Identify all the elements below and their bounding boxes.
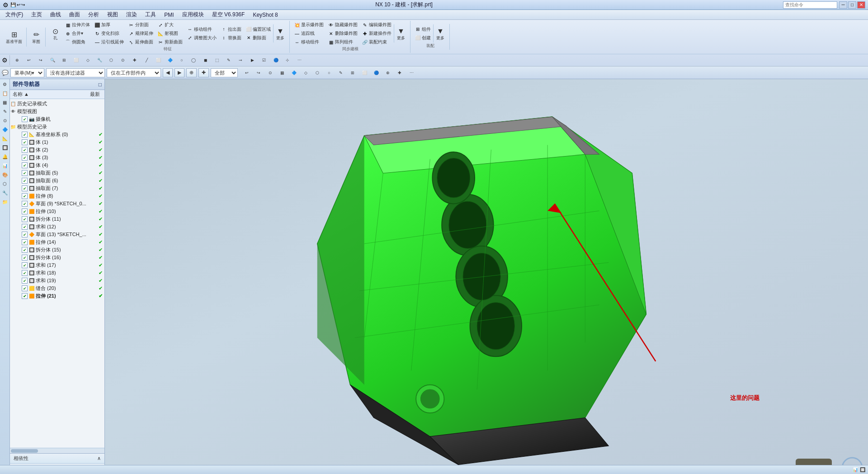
tree-item-14[interactable]: ✔🟧拉伸 (10)✔ xyxy=(10,208,104,215)
tree-item-9[interactable]: ✔🔲抽取面 (5)✔ xyxy=(10,169,104,177)
left-icon-6[interactable]: 📐 xyxy=(1,134,9,142)
tree-checkbox-21[interactable]: ✔ xyxy=(22,262,28,268)
split-face-btn[interactable]: ✂ 分割面 xyxy=(126,21,155,29)
menu-item-1[interactable]: 主页 xyxy=(28,10,46,19)
tb2-btn11[interactable]: ✚ xyxy=(129,55,140,66)
tb2-btn8[interactable]: 🔧 xyxy=(94,55,105,66)
tree-item-7[interactable]: ✔🔲体 (3)✔ xyxy=(10,154,104,161)
tb2-btn14[interactable]: 🔷 xyxy=(165,55,175,66)
tb2-btn21[interactable]: ▶ xyxy=(247,55,258,66)
tree-checkbox-19[interactable]: ✔ xyxy=(22,247,28,253)
tree-checkbox-9[interactable]: ✔ xyxy=(22,170,28,176)
sel-icon14[interactable]: ✚ xyxy=(394,67,405,78)
selection-snap-btn[interactable]: ✚ xyxy=(198,68,209,77)
tree-item-25[interactable]: ✔🟧拉伸 (21)✔ xyxy=(10,292,104,300)
tree-item-18[interactable]: ✔🟧拉伸 (14)✔ xyxy=(10,238,104,246)
trim-surface-btn[interactable]: ✂ 剪新曲面 xyxy=(156,38,184,46)
menu-item-5[interactable]: 视图 xyxy=(104,10,122,19)
tree-item-22[interactable]: ✔🔲求和 (18)✔ xyxy=(10,269,104,277)
menu-item-0[interactable]: 文件(F) xyxy=(2,10,27,19)
sel-icon8[interactable]: ○ xyxy=(324,67,335,78)
sel-icon3[interactable]: ⊙ xyxy=(265,67,276,78)
tb2-btn20[interactable]: ⊸ xyxy=(235,55,246,66)
tb2-btn9[interactable]: ⬡ xyxy=(106,55,117,66)
minimize-btn[interactable]: ─ xyxy=(839,1,847,9)
menu-item-11[interactable]: KeyShot 8 xyxy=(249,11,281,19)
more-feature-btn[interactable]: ▼ 更多 xyxy=(273,24,288,43)
tree-checkbox-7[interactable]: ✔ xyxy=(22,155,28,161)
tree-checkbox-5[interactable]: ✔ xyxy=(22,139,28,145)
standard-view-btn[interactable]: ⊞ 基准平面 xyxy=(4,28,24,47)
tree-checkbox-23[interactable]: ✔ xyxy=(22,278,28,284)
tree-item-21[interactable]: ✔🔲求和 (17)✔ xyxy=(10,261,104,269)
maximize-btn[interactable]: □ xyxy=(848,1,856,9)
assem-btn1[interactable]: ⊞ 组件 xyxy=(413,25,433,33)
tb2-btn17[interactable]: ◼ xyxy=(200,55,211,66)
tree-checkbox-20[interactable]: ✔ xyxy=(22,255,28,261)
menu-item-4[interactable]: 分析 xyxy=(85,10,103,19)
menu-item-10[interactable]: 星空 V6.936F xyxy=(208,10,249,19)
extend-line-btn[interactable]: — 沿引线延伸 xyxy=(92,38,126,46)
expand-btn[interactable]: ⤢ 扩大 xyxy=(156,21,184,29)
tree-checkbox-17[interactable]: ✔ xyxy=(22,232,28,237)
menu-item-3[interactable]: 曲面 xyxy=(66,10,84,19)
tree-checkbox-25[interactable]: ✔ xyxy=(22,293,28,299)
move-comp-sync-btn[interactable]: ↔ 移动组件 xyxy=(292,38,326,46)
tree-item-13[interactable]: ✔🔶草面 (9) *SKETCH_0...✔ xyxy=(10,200,104,208)
left-icon-8[interactable]: 🔔 xyxy=(1,152,9,161)
merge-btn[interactable]: ⊕ 合并▾ xyxy=(63,29,92,38)
sel-icon12[interactable]: 🔵 xyxy=(371,67,382,78)
left-icon-2[interactable]: ▦ xyxy=(1,98,9,106)
tb2-btn3[interactable]: ↪ xyxy=(35,55,46,66)
more-assem-btn[interactable]: ▼ 更多 xyxy=(433,24,448,43)
sel-icon9[interactable]: ✎ xyxy=(335,67,346,78)
menu-item-8[interactable]: PMI xyxy=(160,11,177,19)
tree-item-24[interactable]: ✔🟨缝合 (20)✔ xyxy=(10,284,104,292)
tree-checkbox-15[interactable]: ✔ xyxy=(22,216,28,222)
tree-checkbox-12[interactable]: ✔ xyxy=(22,193,28,199)
more-sync-btn[interactable]: ▼ 更多 xyxy=(394,24,408,43)
chamfer-btn[interactable]: ⌒ 倒圆角 xyxy=(63,38,92,46)
next-selection-btn[interactable]: ▶ xyxy=(175,68,184,77)
sel-icon2[interactable]: ↪ xyxy=(253,67,264,78)
section-view-btn[interactable]: 📐 射视图 xyxy=(156,29,184,38)
variational-sweep-btn[interactable]: ↻ 变化扫掠 xyxy=(92,29,126,38)
tree-item-16[interactable]: ✔🔲求和 (12)✔ xyxy=(10,223,104,231)
menu-item-2[interactable]: 曲线 xyxy=(47,10,65,19)
tree-item-2[interactable]: ✔📷摄像机 xyxy=(10,115,104,123)
tree-checkbox-8[interactable]: ✔ xyxy=(22,162,28,168)
tb2-btn22[interactable]: ☑ xyxy=(259,55,269,66)
hole-btn[interactable]: ⊙ 孔 xyxy=(48,24,62,43)
tb2-btn10[interactable]: ⊙ xyxy=(118,55,128,66)
tb2-btn19[interactable]: ✎ xyxy=(223,55,234,66)
tree-item-1[interactable]: 👁模型视图 xyxy=(10,108,104,115)
resize-btn[interactable]: ⤢ 调整图大小 xyxy=(185,34,218,42)
left-icon-3[interactable]: ✎ xyxy=(1,107,9,115)
nav-expand-btn[interactable]: □ xyxy=(99,81,102,88)
offset-region-btn[interactable]: ⬜ 偏置区域 xyxy=(244,25,273,33)
tb2-btn6[interactable]: ⬜ xyxy=(71,55,81,66)
menu-item-6[interactable]: 渲染 xyxy=(123,10,141,19)
tb2-btn5[interactable]: ⊞ xyxy=(59,55,70,66)
tb2-btn24[interactable]: ⊹ xyxy=(282,55,293,66)
sel-icon11[interactable]: ⬜ xyxy=(359,67,370,78)
redo-btn[interactable]: ↪ xyxy=(21,2,25,7)
tree-checkbox-18[interactable]: ✔ xyxy=(22,239,28,245)
tb2-btn1[interactable]: ⊕ xyxy=(12,55,23,66)
sel-icon13[interactable]: ⊕ xyxy=(382,67,393,78)
tree-checkbox-24[interactable]: ✔ xyxy=(22,285,28,291)
tree-checkbox-16[interactable]: ✔ xyxy=(22,224,28,230)
delete-explode-btn[interactable]: ✕ 删除爆炸图 xyxy=(326,29,359,38)
sel-icon4[interactable]: ▦ xyxy=(277,67,288,78)
tree-item-6[interactable]: ✔🔲体 (2)✔ xyxy=(10,146,104,154)
trace-line-btn[interactable]: — 追踪线 xyxy=(292,29,326,38)
move-comp-btn[interactable]: ↔ 移动组件 xyxy=(185,25,218,33)
tree-item-19[interactable]: ✔🔲拆分体 (15)✔ xyxy=(10,246,104,254)
tb2-btn18[interactable]: ⬚ xyxy=(212,55,222,66)
thicken-btn[interactable]: ⬛ 加厚 xyxy=(92,21,126,29)
tree-checkbox-13[interactable]: ✔ xyxy=(22,201,28,207)
tree-item-17[interactable]: ✔🔶草面 (13) *SKETCH_...✔ xyxy=(10,231,104,238)
quick-access-btn[interactable]: 💾 xyxy=(10,2,16,7)
sel-icon6[interactable]: ◇ xyxy=(300,67,311,78)
tree-checkbox-22[interactable]: ✔ xyxy=(22,270,28,276)
